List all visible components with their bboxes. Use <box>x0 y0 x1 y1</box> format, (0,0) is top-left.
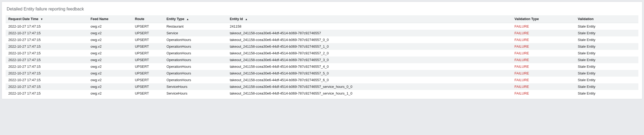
cell-feed-name: owg.v2 <box>88 57 132 63</box>
col-label: Feed Name <box>91 17 108 21</box>
cell-entity-id: 241158 <box>227 23 512 30</box>
col-route[interactable]: Route <box>132 15 164 23</box>
cell-route: UPSERT <box>132 70 164 77</box>
cell-request-date-time: 2022-10-27 17:47:15 <box>6 43 88 50</box>
cell-validation-type: FAILURE <box>512 30 575 36</box>
cell-route: UPSERT <box>132 77 164 83</box>
cell-entity-type: OperationHours <box>164 63 227 70</box>
cell-validation-type: FAILURE <box>512 70 575 77</box>
col-label: Validation <box>578 17 594 21</box>
cell-validation-type: FAILURE <box>512 90 575 97</box>
cell-request-date-time: 2022-10-27 17:47:15 <box>6 83 88 90</box>
cell-entity-id: takeout_241158-ccea30e6-44df-4514-b069-7… <box>227 90 512 97</box>
cell-entity-id: takeout_241158-ccea30e6-44df-4514-b069-7… <box>227 77 512 83</box>
cell-validation: Stale Entity <box>575 70 638 77</box>
cell-validation-type: FAILURE <box>512 83 575 90</box>
cell-request-date-time: 2022-10-27 17:47:15 <box>6 30 88 36</box>
cell-entity-type: OperationHours <box>164 36 227 43</box>
col-entity-id[interactable]: Entity Id ▲ <box>227 15 512 23</box>
cell-route: UPSERT <box>132 23 164 30</box>
cell-request-date-time: 2022-10-27 17:47:15 <box>6 36 88 43</box>
sort-asc-icon: ▲ <box>186 18 189 21</box>
col-feed-name[interactable]: Feed Name <box>88 15 132 23</box>
col-entity-type[interactable]: Entity Type ▲ <box>164 15 227 23</box>
cell-request-date-time: 2022-10-27 17:47:15 <box>6 50 88 57</box>
card-title: Detailed Entity failure reporting feedba… <box>6 7 638 12</box>
table-row: 2022-10-27 17:47:15owg.v2UPSERTOperation… <box>6 70 638 77</box>
col-label: Request Date Time <box>8 17 38 21</box>
cell-validation: Stale Entity <box>575 90 638 97</box>
cell-entity-type: OperationHours <box>164 50 227 57</box>
cell-feed-name: owg.v2 <box>88 83 132 90</box>
cell-request-date-time: 2022-10-27 17:47:15 <box>6 23 88 30</box>
cell-entity-id: takeout_241158-ccea30e6-44df-4514-b069-7… <box>227 63 512 70</box>
col-validation-type[interactable]: Validation Type <box>512 15 575 23</box>
table-row: 2022-10-27 17:47:15owg.v2UPSERTOperation… <box>6 43 638 50</box>
col-request-date-time[interactable]: Request Date Time ▼ <box>6 15 88 23</box>
table-row: 2022-10-27 17:47:15owg.v2UPSERTRestauran… <box>6 23 638 30</box>
cell-entity-type: OperationHours <box>164 57 227 63</box>
table-row: 2022-10-27 17:47:15owg.v2UPSERTOperation… <box>6 36 638 43</box>
cell-validation: Stale Entity <box>575 83 638 90</box>
cell-feed-name: owg.v2 <box>88 50 132 57</box>
cell-entity-type: ServiceHours <box>164 83 227 90</box>
cell-entity-id: takeout_241158-ccea30e6-44df-4514-b069-7… <box>227 57 512 63</box>
table-row: 2022-10-27 17:47:15owg.v2UPSERTServiceHo… <box>6 83 638 90</box>
cell-validation: Stale Entity <box>575 63 638 70</box>
cell-entity-type: OperationHours <box>164 77 227 83</box>
sort-asc-icon: ▲ <box>245 18 248 21</box>
cell-feed-name: owg.v2 <box>88 43 132 50</box>
cell-validation-type: FAILURE <box>512 57 575 63</box>
cell-validation: Stale Entity <box>575 23 638 30</box>
col-label: Entity Type <box>166 17 184 21</box>
cell-entity-id: takeout_241158-ccea30e6-44df-4514-b069-7… <box>227 70 512 77</box>
cell-entity-id: takeout_241158-ccea30e6-44df-4514-b069-7… <box>227 43 512 50</box>
cell-request-date-time: 2022-10-27 17:47:15 <box>6 63 88 70</box>
cell-feed-name: owg.v2 <box>88 63 132 70</box>
report-card: Detailed Entity failure reporting feedba… <box>2 2 642 99</box>
cell-request-date-time: 2022-10-27 17:47:15 <box>6 77 88 83</box>
cell-route: UPSERT <box>132 30 164 36</box>
table-row: 2022-10-27 17:47:15owg.v2UPSERTOperation… <box>6 50 638 57</box>
cell-feed-name: owg.v2 <box>88 90 132 97</box>
cell-validation: Stale Entity <box>575 43 638 50</box>
table-row: 2022-10-27 17:47:15owg.v2UPSERTServiceHo… <box>6 90 638 97</box>
cell-entity-id: takeout_241158-ccea30e6-44df-4514-b069-7… <box>227 50 512 57</box>
table-row: 2022-10-27 17:47:15owg.v2UPSERTOperation… <box>6 63 638 70</box>
entity-failure-table: Request Date Time ▼ Feed Name Route Enti… <box>6 15 638 97</box>
col-label: Validation Type <box>515 17 539 21</box>
col-label: Route <box>135 17 144 21</box>
cell-route: UPSERT <box>132 43 164 50</box>
cell-route: UPSERT <box>132 63 164 70</box>
cell-feed-name: owg.v2 <box>88 70 132 77</box>
cell-validation: Stale Entity <box>575 57 638 63</box>
cell-feed-name: owg.v2 <box>88 30 132 36</box>
cell-route: UPSERT <box>132 57 164 63</box>
cell-entity-type: OperationHours <box>164 70 227 77</box>
cell-entity-type: Restaurant <box>164 23 227 30</box>
cell-entity-id: takeout_241158-ccea30e6-44df-4514-b069-7… <box>227 83 512 90</box>
cell-validation-type: FAILURE <box>512 23 575 30</box>
cell-validation: Stale Entity <box>575 50 638 57</box>
col-validation[interactable]: Validation <box>575 15 638 23</box>
cell-route: UPSERT <box>132 36 164 43</box>
cell-validation-type: FAILURE <box>512 43 575 50</box>
cell-request-date-time: 2022-10-27 17:47:15 <box>6 70 88 77</box>
cell-entity-type: Service <box>164 30 227 36</box>
cell-entity-id: takeout_241158-ccea30e6-44df-4514-b069-7… <box>227 36 512 43</box>
sort-desc-icon: ▼ <box>40 18 43 21</box>
cell-validation: Stale Entity <box>575 30 638 36</box>
cell-validation-type: FAILURE <box>512 63 575 70</box>
table-header-row: Request Date Time ▼ Feed Name Route Enti… <box>6 15 638 23</box>
table-row: 2022-10-27 17:47:15owg.v2UPSERTOperation… <box>6 57 638 63</box>
cell-validation-type: FAILURE <box>512 36 575 43</box>
cell-route: UPSERT <box>132 83 164 90</box>
cell-validation-type: FAILURE <box>512 50 575 57</box>
table-body: 2022-10-27 17:47:15owg.v2UPSERTRestauran… <box>6 23 638 97</box>
cell-route: UPSERT <box>132 50 164 57</box>
cell-feed-name: owg.v2 <box>88 36 132 43</box>
cell-entity-id: takeout_241158-ccea30e6-44df-4514-b069-7… <box>227 30 512 36</box>
table-row: 2022-10-27 17:47:15owg.v2UPSERTServiceta… <box>6 30 638 36</box>
cell-entity-type: OperationHours <box>164 43 227 50</box>
cell-validation: Stale Entity <box>575 36 638 43</box>
